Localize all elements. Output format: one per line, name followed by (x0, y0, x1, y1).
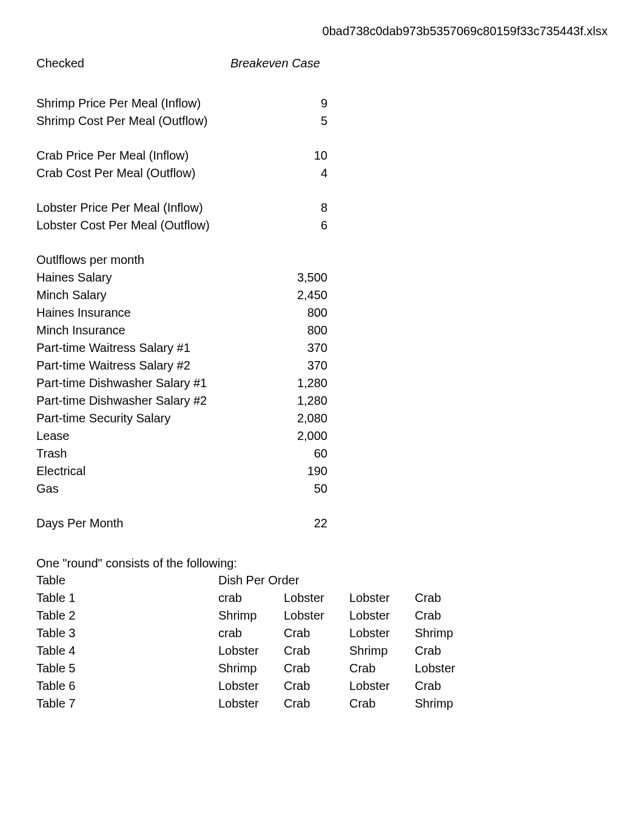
data-value: 10 (255, 147, 327, 164)
dish-cell: Lobster (415, 660, 480, 677)
dish-cell: Shrimp (415, 695, 480, 712)
dish-cell: Crab (349, 660, 415, 677)
dish-cell: Lobster (349, 677, 415, 695)
dish-cell: Crab (349, 695, 415, 712)
outflow-row: Part-time Waitress Salary #1370 (36, 339, 608, 357)
table-name: Table 7 (36, 695, 218, 712)
data-value: 5 (255, 112, 327, 130)
data-row: Lobster Price Per Meal (Inflow)8 (36, 199, 608, 217)
outflow-value: 370 (255, 357, 327, 374)
dish-cell: Crab (415, 607, 480, 624)
dish-cell: Lobster (218, 642, 284, 660)
outflow-row: Trash60 (36, 445, 608, 462)
dish-cell: Lobster (218, 695, 284, 712)
table-name: Table 1 (36, 589, 218, 607)
outflow-label: Part-time Dishwasher Salary #2 (36, 392, 255, 410)
outflow-label: Gas (36, 480, 255, 498)
dish-cell: Lobster (349, 589, 415, 607)
outflow-value: 370 (255, 339, 327, 357)
table-row: Table 5ShrimpCrabCrabLobster (36, 660, 608, 677)
outflows-title: Outlflows per month (36, 251, 608, 269)
outflow-label: Part-time Security Salary (36, 410, 255, 427)
table-name: Table 6 (36, 677, 218, 695)
table-header-col1: Table (36, 572, 218, 589)
dish-cell: Shrimp (218, 660, 284, 677)
data-value: 9 (255, 95, 327, 112)
pricing-group: Crab Price Per Meal (Inflow)10Crab Cost … (36, 147, 608, 182)
dish-cell: Lobster (349, 607, 415, 624)
outflow-value: 60 (255, 445, 327, 462)
data-row: Crab Cost Per Meal (Outflow)4 (36, 164, 608, 182)
outflow-value: 800 (255, 304, 327, 322)
outflow-label: Part-time Waitress Salary #2 (36, 357, 255, 374)
outflow-value: 3,500 (255, 269, 327, 286)
dish-table: Table Dish Per Order Table 1crabLobsterL… (36, 572, 608, 712)
dish-cell: Lobster (284, 607, 349, 624)
outflow-label: Lease (36, 427, 255, 445)
table-row: Table 6LobsterCrabLobsterCrab (36, 677, 608, 695)
table-name: Table 5 (36, 660, 218, 677)
dish-cell: Shrimp (218, 607, 284, 624)
outflow-value: 2,080 (255, 410, 327, 427)
dish-cell: Lobster (284, 589, 349, 607)
table-row: Table 7LobsterCrabCrabShrimp (36, 695, 608, 712)
case-label: Breakeven Case (230, 56, 320, 70)
outflow-value: 2,450 (255, 286, 327, 304)
table-header: Table Dish Per Order (36, 572, 608, 589)
table-row: Table 1crabLobsterLobsterCrab (36, 589, 608, 607)
outflow-label: Haines Salary (36, 269, 255, 286)
table-row: Table 3crabCrabLobsterShrimp (36, 624, 608, 642)
outflow-row: Haines Salary3,500 (36, 269, 608, 286)
outflow-value: 1,280 (255, 392, 327, 410)
table-row: Table 4LobsterCrabShrimpCrab (36, 642, 608, 660)
table-name: Table 2 (36, 607, 218, 624)
dish-cell: Lobster (218, 677, 284, 695)
checked-label: Checked (36, 56, 230, 70)
dish-cell: Crab (415, 589, 480, 607)
outflow-value: 2,000 (255, 427, 327, 445)
dish-cell: Crab (284, 660, 349, 677)
outflow-label: Electrical (36, 462, 255, 480)
outflows-section: Outlflows per month Haines Salary3,500Mi… (36, 251, 608, 498)
outflow-row: Part-time Waitress Salary #2370 (36, 357, 608, 374)
data-label: Crab Price Per Meal (Inflow) (36, 147, 255, 164)
outflow-label: Trash (36, 445, 255, 462)
outflow-label: Part-time Waitress Salary #1 (36, 339, 255, 357)
outflow-row: Part-time Dishwasher Salary #21,280 (36, 392, 608, 410)
outflow-value: 800 (255, 322, 327, 339)
data-value: 8 (255, 199, 327, 217)
dish-cell: Shrimp (415, 624, 480, 642)
data-row: Lobster Cost Per Meal (Outflow)6 (36, 217, 608, 234)
table-header-col2: Dish Per Order (218, 572, 299, 589)
data-row: Shrimp Cost Per Meal (Outflow)5 (36, 112, 608, 130)
data-label: Lobster Price Per Meal (Inflow) (36, 199, 255, 217)
outflow-value: 50 (255, 480, 327, 498)
outflow-label: Haines Insurance (36, 304, 255, 322)
outflow-row: Minch Insurance800 (36, 322, 608, 339)
round-title: One "round" consists of the following: (36, 556, 608, 570)
pricing-group: Lobster Price Per Meal (Inflow)8Lobster … (36, 199, 608, 234)
outflow-label: Minch Insurance (36, 322, 255, 339)
table-row: Table 2ShrimpLobsterLobsterCrab (36, 607, 608, 624)
dish-cell: Lobster (349, 624, 415, 642)
outflow-row: Haines Insurance800 (36, 304, 608, 322)
outflow-row: Lease2,000 (36, 427, 608, 445)
outflow-value: 190 (255, 462, 327, 480)
data-label: Shrimp Cost Per Meal (Outflow) (36, 112, 255, 130)
data-label: Crab Cost Per Meal (Outflow) (36, 164, 255, 182)
dish-cell: Shrimp (349, 642, 415, 660)
days-per-month-label: Days Per Month (36, 515, 255, 532)
data-value: 4 (255, 164, 327, 182)
pricing-group: Shrimp Price Per Meal (Inflow)9Shrimp Co… (36, 95, 608, 130)
days-per-month-value: 22 (255, 515, 327, 532)
table-name: Table 3 (36, 624, 218, 642)
header-row: Checked Breakeven Case (36, 56, 608, 70)
dish-cell: Crab (415, 642, 480, 660)
data-row: Crab Price Per Meal (Inflow)10 (36, 147, 608, 164)
outflow-row: Part-time Security Salary2,080 (36, 410, 608, 427)
filename: 0bad738c0dab973b5357069c80159f33c735443f… (36, 24, 608, 38)
dish-cell: Crab (284, 642, 349, 660)
outflow-value: 1,280 (255, 374, 327, 392)
table-name: Table 4 (36, 642, 218, 660)
outflow-label: Minch Salary (36, 286, 255, 304)
